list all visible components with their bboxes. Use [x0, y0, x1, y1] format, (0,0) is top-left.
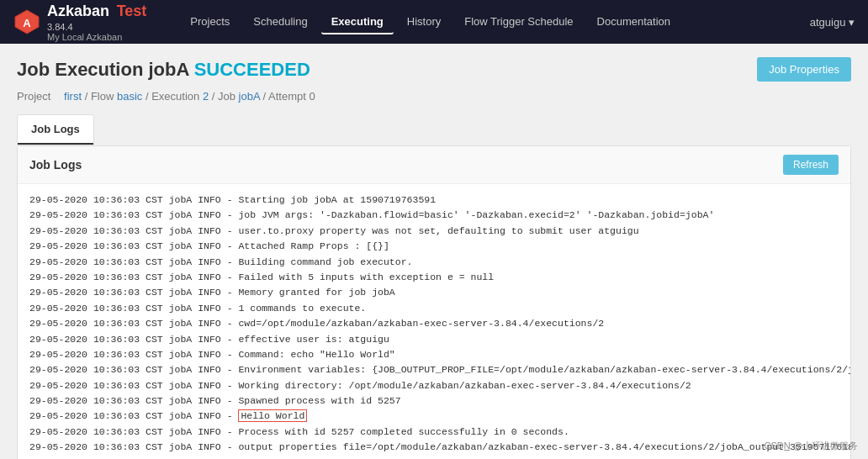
- nav-links: Projects Scheduling Executing History Fl…: [180, 10, 809, 34]
- log-line: 29-05-2020 10:36:03 CST jobA INFO - Buil…: [29, 255, 839, 270]
- app-subtitle: My Local Azkaban: [47, 33, 146, 42]
- tab-job-logs[interactable]: Job Logs: [18, 115, 93, 145]
- log-line: 29-05-2020 10:36:03 CST jobA INFO - Comm…: [29, 347, 839, 362]
- navbar-version-row: 3.84.4 My Local Azkaban: [47, 20, 146, 42]
- log-line: 29-05-2020 10:36:03 CST jobA INFO - Fail…: [29, 270, 839, 285]
- nav-flow-trigger-schedule[interactable]: Flow Trigger Schedule: [454, 10, 583, 34]
- breadcrumb-flow-label: Flow: [91, 90, 114, 103]
- breadcrumb-project-label: Project: [17, 90, 50, 103]
- breadcrumb-execution-link[interactable]: 2: [203, 90, 209, 103]
- breadcrumb-attempt-value: 0: [309, 90, 315, 103]
- breadcrumb-sep6: /: [212, 90, 218, 103]
- azkaban-logo: A: [13, 8, 40, 35]
- svg-text:A: A: [23, 17, 31, 29]
- breadcrumb-attempt-label: Attempt: [268, 90, 306, 103]
- app-name-colored: Test: [117, 3, 147, 19]
- page-title: Job Execution jobA SUCCEEDED: [17, 59, 310, 81]
- refresh-button[interactable]: Refresh: [783, 155, 839, 175]
- nav-executing[interactable]: Executing: [321, 10, 394, 34]
- breadcrumb-job-label: Job: [218, 90, 236, 103]
- app-version: 3.84.4: [47, 22, 73, 32]
- log-line: 29-05-2020 10:36:03 CST jobA INFO - Star…: [29, 193, 839, 208]
- log-line: 29-05-2020 10:36:03 CST jobA INFO - 1 co…: [29, 301, 839, 316]
- status-badge: SUCCEEDED: [194, 59, 310, 80]
- job-properties-button[interactable]: Job Properties: [757, 57, 851, 82]
- page-title-prefix: Job Execution jobA: [17, 59, 194, 80]
- log-line: 29-05-2020 10:36:03 CST jobA INFO - Hell…: [29, 409, 839, 424]
- nav-scheduling[interactable]: Scheduling: [243, 10, 317, 34]
- log-panel-header: Job Logs Refresh: [18, 146, 850, 184]
- tab-bar: Job Logs: [17, 114, 94, 145]
- breadcrumb-execution-label: Execution: [151, 90, 199, 103]
- log-line: 29-05-2020 10:36:03 CST jobA INFO - effe…: [29, 332, 839, 347]
- page-header: Job Execution jobA SUCCEEDED Job Propert…: [17, 57, 851, 82]
- breadcrumb-flow-link[interactable]: basic: [117, 90, 142, 103]
- log-line: 29-05-2020 10:36:03 CST jobA INFO - Work…: [29, 378, 839, 393]
- navbar-brand-text: Azkaban Test 3.84.4 My Local Azkaban: [47, 3, 146, 42]
- navbar-brand: A Azkaban Test 3.84.4 My Local Azkaban: [13, 3, 146, 42]
- log-line: 29-05-2020 10:36:03 CST jobA INFO - Spaw…: [29, 393, 839, 409]
- log-line: 29-05-2020 10:36:03 CST jobA INFO - Proc…: [29, 425, 839, 440]
- log-line: 29-05-2020 10:36:03 CST jobA INFO - Envi…: [29, 362, 839, 377]
- watermark: CSDN @小环讲微服务: [765, 440, 858, 452]
- log-line: 29-05-2020 10:36:03 CST jobA INFO - Memo…: [29, 285, 839, 300]
- navbar-appname-row: Azkaban Test: [47, 3, 146, 20]
- nav-history[interactable]: History: [397, 10, 451, 34]
- breadcrumb-job-link[interactable]: jobA: [239, 90, 260, 103]
- breadcrumb-project-link[interactable]: first: [64, 90, 82, 103]
- log-panel: Job Logs Refresh 29-05-2020 10:36:03 CST…: [17, 145, 851, 459]
- highlighted-text: Hello World: [238, 409, 307, 422]
- navbar: A Azkaban Test 3.84.4 My Local Azkaban P…: [0, 0, 868, 44]
- breadcrumb: Project first / Flow basic / Execution 2…: [17, 90, 851, 103]
- log-line: 29-05-2020 10:36:03 CST jobA INFO - outp…: [29, 440, 839, 455]
- nav-projects[interactable]: Projects: [180, 10, 240, 34]
- log-line: 29-05-2020 10:36:03 CST jobA INFO - job …: [29, 208, 839, 223]
- breadcrumb-sep2: /: [85, 90, 91, 103]
- log-content: 29-05-2020 10:36:03 CST jobA INFO - Star…: [18, 184, 850, 459]
- log-panel-title: Job Logs: [29, 158, 82, 171]
- log-line: 29-05-2020 10:36:03 CST jobA INFO - user…: [29, 224, 839, 239]
- user-menu[interactable]: atguigu ▾: [810, 16, 855, 29]
- log-line: 29-05-2020 10:36:03 CST jobA INFO - Atta…: [29, 239, 839, 254]
- nav-documentation[interactable]: Documentation: [587, 10, 680, 34]
- log-line: 29-05-2020 10:36:03 CST jobA INFO - cwd=…: [29, 316, 839, 331]
- log-line: 29-05-2020 10:36:03 CST jobA INFO - Fini…: [29, 456, 839, 459]
- app-name: Azkaban: [47, 3, 109, 19]
- page-content: Job Execution jobA SUCCEEDED Job Propert…: [0, 44, 868, 459]
